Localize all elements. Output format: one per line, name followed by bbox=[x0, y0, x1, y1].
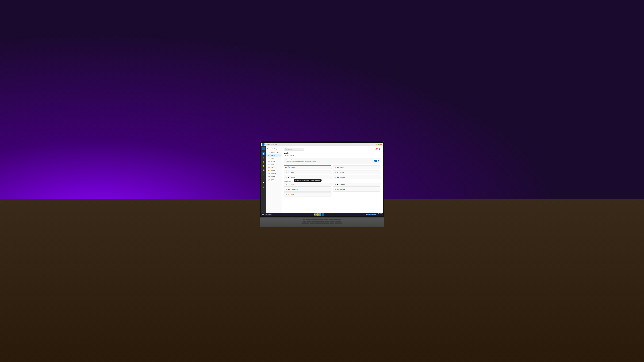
rail-lightbulb-icon[interactable]: 💡 bbox=[262, 165, 265, 168]
sidebar-item-gestures[interactable]: 👆 Gestures bbox=[266, 172, 281, 175]
laptop-screen: L Lenovo Settings L 🏠 ⚙ 🔒 bbox=[261, 143, 383, 216]
sidebar-item-power[interactable]: ⚡ Power bbox=[266, 157, 281, 160]
section-title: Scenario Modes bbox=[284, 155, 381, 156]
sidebar-item-network[interactable]: 📶 Network bbox=[266, 169, 281, 172]
header-icons: 🔔 1 👤 bbox=[375, 148, 381, 150]
rail-chat-icon[interactable]: 💬 bbox=[262, 181, 265, 184]
user-icon[interactable]: 👤 bbox=[378, 148, 381, 150]
creative-icon: 🖼 bbox=[336, 171, 339, 173]
notification-icon[interactable]: 🔔 1 bbox=[375, 148, 377, 150]
attention-icon: 👁 bbox=[336, 184, 339, 185]
sidebar-item-sound[interactable]: 🔊 Sound bbox=[266, 163, 281, 166]
common-radio[interactable] bbox=[285, 167, 286, 168]
sidebar-item-memory-cleaner[interactable]: 🧹 Memory cleaner bbox=[266, 178, 281, 182]
gaming-radio[interactable] bbox=[334, 167, 336, 168]
gaming-arrow: › bbox=[379, 167, 379, 168]
sidebar-item-label: Gestures bbox=[271, 173, 276, 174]
rail-logo: L bbox=[262, 147, 265, 150]
collaboration-checkbox[interactable] bbox=[285, 189, 286, 190]
attention-arrow: › bbox=[379, 184, 379, 185]
mode-card-power-smart[interactable]: ⚡ Power › bbox=[284, 192, 332, 196]
mode-card-wellness[interactable]: 💚 Wellness › bbox=[333, 188, 381, 192]
search-bar[interactable]: 🔍 bbox=[284, 148, 304, 151]
attention-checkbox[interactable] bbox=[334, 184, 336, 185]
wellness-arrow: › bbox=[379, 189, 379, 190]
media-arrow: › bbox=[330, 172, 330, 173]
notification-badge: 1 bbox=[376, 148, 378, 149]
sidebar-item-label: Memory cleaner bbox=[270, 179, 279, 182]
main-header: 🔍 🔔 1 👤 bbox=[284, 148, 381, 151]
sidebar-item-modes[interactable]: ⊙ Modes bbox=[266, 154, 281, 157]
collaboration-icon: 👥 bbox=[288, 189, 290, 190]
creative-label: Creative bbox=[340, 172, 378, 173]
rail-lock-icon[interactable]: 🔒 bbox=[262, 161, 265, 163]
minimize-button[interactable] bbox=[376, 144, 377, 145]
taskbar-app-1[interactable]: 📁 bbox=[314, 213, 316, 216]
sidebar-title: Device Settings bbox=[266, 147, 282, 151]
maximize-button[interactable] bbox=[378, 144, 380, 145]
rail-refresh-icon[interactable]: 🔄 bbox=[262, 169, 265, 172]
auto-toggle[interactable] bbox=[374, 160, 379, 162]
auto-title: Automatic bbox=[286, 159, 316, 161]
sound-icon: 🔊 bbox=[268, 164, 270, 165]
gaming-label: Gaming bbox=[340, 167, 378, 168]
icon-rail: L 🏠 ⚙ 🔒 💡 🔄 ↗ ⚙ 💬 🔒 bbox=[261, 146, 266, 213]
learning-radio[interactable] bbox=[334, 177, 336, 178]
shield-arrow: › bbox=[330, 184, 330, 185]
rail-settings-icon[interactable]: ⚙ bbox=[262, 156, 265, 159]
rail-gear-icon[interactable]: ⚙ bbox=[262, 177, 265, 180]
learning-arrow: › bbox=[379, 177, 379, 178]
mode-card-gaming[interactable]: 🎮 Gaming › bbox=[333, 165, 381, 169]
mode-card-common[interactable]: 🌐 Common › bbox=[284, 165, 332, 169]
lena-virtual-assistant-button[interactable]: Lena Virtual Assistant bbox=[366, 214, 376, 215]
sidebar-item-display[interactable]: 🖵 Display bbox=[266, 160, 281, 163]
wellness-icon: 💚 bbox=[336, 189, 339, 190]
sidebar: Device Settings 🖥 Device Details ⊙ Modes… bbox=[266, 146, 282, 213]
app-body: L 🏠 ⚙ 🔒 💡 🔄 ↗ ⚙ 💬 🔒 Device Settings bbox=[261, 146, 383, 213]
sidebar-item-input[interactable]: ⌨ Input bbox=[266, 166, 281, 169]
rail-security-icon[interactable]: 🔒 bbox=[262, 185, 265, 188]
media-radio[interactable] bbox=[285, 172, 286, 173]
power-smart-checkbox[interactable] bbox=[285, 194, 286, 195]
taskbar-app-4[interactable]: L bbox=[322, 213, 324, 216]
power-smart-label: Power bbox=[291, 194, 329, 195]
shield-checkbox[interactable] bbox=[285, 184, 286, 185]
start-button[interactable] bbox=[262, 214, 264, 215]
smart-modes-label: Smart Modes bbox=[284, 181, 381, 182]
sidebar-item-label: Network bbox=[271, 170, 275, 171]
mode-card-media[interactable]: 🎵 Media › bbox=[284, 170, 332, 174]
app-window: L Lenovo Settings L 🏠 ⚙ 🔒 bbox=[261, 143, 383, 216]
meeting-radio[interactable] bbox=[285, 177, 286, 178]
mode-card-meeting[interactable]: 🎤 Meeting › bbox=[284, 175, 332, 179]
network-icon: 📶 bbox=[268, 170, 270, 171]
sidebar-item-label: Display bbox=[271, 161, 275, 162]
search-input[interactable] bbox=[288, 149, 303, 150]
search-icon: 🔍 bbox=[285, 148, 287, 150]
common-icon: 🌐 bbox=[288, 166, 290, 168]
learning-label: Learning bbox=[340, 177, 378, 178]
rail-home-icon[interactable]: 🏠 bbox=[262, 152, 265, 155]
main-content: 🔍 🔔 1 👤 Mo bbox=[282, 146, 383, 213]
taskbar-app-2[interactable]: 📦 bbox=[316, 213, 319, 216]
wellness-checkbox[interactable] bbox=[334, 189, 336, 190]
taskbar-search-label: Search bbox=[268, 214, 271, 215]
creative-radio[interactable] bbox=[334, 172, 336, 173]
input-icon: ⌨ bbox=[268, 167, 270, 168]
memory-cleaner-icon: 🧹 bbox=[268, 179, 270, 181]
taskbar-app-3[interactable]: 🌐 bbox=[319, 213, 321, 216]
sidebar-item-label: Power bbox=[271, 158, 274, 159]
laptop-keyboard bbox=[260, 218, 384, 227]
taskbar-search-icon: 🔍 bbox=[266, 214, 267, 215]
mode-card-attention[interactable]: 👁 Attention › bbox=[333, 183, 381, 187]
mode-card-creative[interactable]: 🖼 Creative › bbox=[333, 170, 381, 174]
close-button[interactable] bbox=[380, 144, 382, 145]
mode-card-collaboration[interactable]: 👥 Collaboration › bbox=[284, 188, 332, 192]
taskbar-search[interactable]: 🔍 Search bbox=[265, 214, 272, 215]
sidebar-item-widgets[interactable]: ▦ Widgets bbox=[266, 175, 281, 178]
mode-card-shield[interactable]: Shield mode: Enhances device security an… bbox=[284, 183, 332, 187]
media-label: Media bbox=[291, 172, 329, 173]
meeting-icon: 🎤 bbox=[288, 176, 290, 178]
rail-export-icon[interactable]: ↗ bbox=[262, 173, 265, 176]
sidebar-item-device-details[interactable]: 🖥 Device Details bbox=[266, 151, 281, 154]
mode-card-learning[interactable]: 📺 Learning › bbox=[333, 175, 381, 179]
